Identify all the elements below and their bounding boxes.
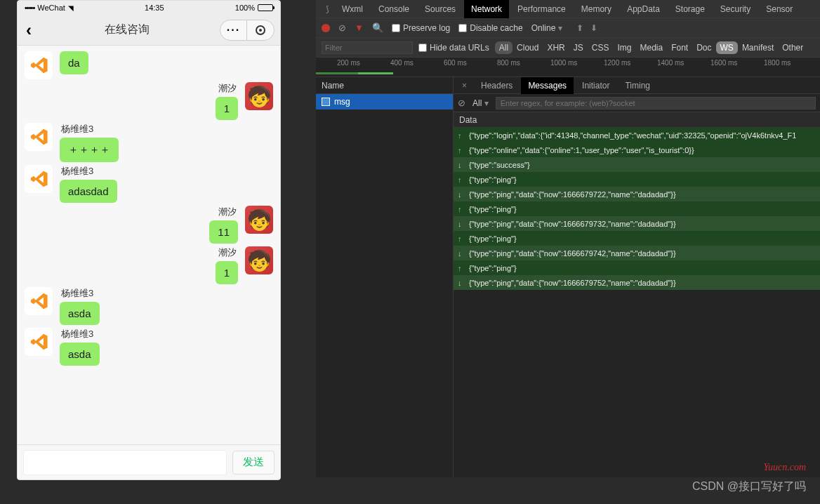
carrier-label: WeChat [37,4,65,12]
frame-payload: {"type":"ping"} [469,234,517,243]
clear-messages-button[interactable]: ⊘ [458,98,465,108]
devtools-tab-sensor[interactable]: Sensor [759,0,800,18]
frame-payload: {"type":"login","data":{"id":41348,"chan… [469,131,796,140]
sender-name: 杨维维3 [60,287,100,300]
filter-pill-font[interactable]: Font [667,41,692,54]
message-bubble: 1 [216,261,238,284]
devtools-tab-sources[interactable]: Sources [418,0,463,18]
devtools-tab-appdata[interactable]: AppData [620,0,667,18]
ws-frame-row[interactable]: ↑{"type":"ping"} [454,172,820,187]
frame-payload: {"type":"online","data":{"online":1,"use… [469,146,694,154]
throttling-select[interactable]: Online▾ [531,23,563,33]
chat-scroll[interactable]: da潮汐1🧒杨维维3＋＋＋＋杨维维3adasdad潮汐11🧒潮汐1🧒杨维维3as… [18,46,280,446]
filter-pill-doc[interactable]: Doc [692,41,715,54]
filter-pill-manifest[interactable]: Manifest [738,41,778,54]
filter-pill-xhr[interactable]: XHR [543,41,569,54]
request-panel: Name msg × HeadersMessagesInitiatorTimin… [316,77,820,477]
arrow-down-icon: ↓ [458,220,465,228]
filter-pill-css[interactable]: CSS [588,41,614,54]
close-detail-button[interactable]: × [456,81,472,91]
chat-message: 潮汐11🧒 [25,206,273,244]
capsule: ··· [220,20,275,41]
download-icon[interactable]: ⬇ [590,23,597,33]
frame-payload: {"type":"ping"} [469,264,517,272]
filter-pill-ws[interactable]: WS [716,41,738,54]
timeline-tick: 200 ms [337,59,360,67]
menu-button[interactable]: ··· [220,20,247,40]
upload-icon[interactable]: ⬆ [576,23,583,33]
filter-pill-media[interactable]: Media [635,41,667,54]
inspect-icon[interactable]: ⟆ [322,4,333,14]
message-bubble: ＋＋＋＋ [60,138,119,162]
send-button[interactable]: 发送 [232,451,275,475]
timeline-tick: 600 ms [444,59,467,67]
avatar [25,287,53,315]
detail-tab-timing[interactable]: Timing [618,77,657,94]
close-button[interactable] [247,20,274,40]
ws-frame-row[interactable]: ↑{"type":"online","data":{"online":1,"us… [454,142,820,157]
ws-frame-row[interactable]: ↓{"type":"ping","data":{"now":1666679742… [454,246,820,260]
filter-pill-all[interactable]: All [495,41,512,54]
filter-pill-img[interactable]: Img [613,41,635,54]
message-bubble: 11 [209,220,238,244]
filter-pill-js[interactable]: JS [569,41,588,54]
websocket-icon [322,98,330,106]
record-button[interactable] [322,24,330,32]
clear-button[interactable]: ⊘ [338,22,346,33]
status-bar: ••••• WeChat ◥ 14:35 100% [18,1,280,15]
ws-frame-row[interactable]: ↓{"type":"ping","data":{"now":1666679722… [454,187,820,201]
avatar: 🧒 [245,82,273,110]
timeline-tick: 1000 ms [550,59,577,67]
ws-frame-row[interactable]: ↑{"type":"login","data":{"id":41348,"cha… [454,128,820,142]
data-column-header: Data [454,112,820,128]
arrow-up-icon: ↑ [458,264,465,272]
ws-frame-row[interactable]: ↓{"type":"success"} [454,157,820,172]
filter-input[interactable] [322,41,413,54]
battery-icon [258,4,273,11]
ws-frame-row[interactable]: ↑{"type":"ping"} [454,201,820,216]
message-bubble: asda [60,302,100,325]
timeline-tick: 1600 ms [710,59,737,67]
chat-message: 杨维维3adasdad [25,165,273,203]
detail-tab-headers[interactable]: Headers [474,77,520,94]
back-button[interactable]: ‹ [23,20,34,40]
devtools-tab-console[interactable]: Console [371,0,416,18]
detail-tab-initiator[interactable]: Initiator [575,77,616,94]
devtools-tab-network[interactable]: Network [464,0,509,18]
clock: 14:35 [145,4,164,12]
regex-filter-input[interactable] [496,97,816,110]
devtools-tab-performance[interactable]: Performance [510,0,573,18]
request-row[interactable]: msg [316,94,453,110]
filter-row: Hide data URLs AllCloudXHRJSCSSImgMediaF… [316,38,820,58]
frame-payload: {"type":"ping"} [469,175,517,184]
arrow-up-icon: ↑ [458,205,465,213]
timeline[interactable]: 200 ms400 ms600 ms800 ms1000 ms1200 ms14… [316,58,820,77]
frame-payload: {"type":"ping","data":{"now":1666679752,… [469,279,676,287]
detail-tab-messages[interactable]: Messages [521,77,574,94]
message-bubble: da [60,51,88,74]
ws-frame-row[interactable]: ↓{"type":"ping","data":{"now":1666679732… [454,216,820,231]
devtools-tab-wxml[interactable]: Wxml [335,0,370,18]
nav-bar: ‹ 在线咨询 ··· [18,15,280,46]
devtools-tab-memory[interactable]: Memory [574,0,619,18]
ws-frame-row[interactable]: ↑{"type":"ping"} [454,231,820,246]
devtools-tab-security[interactable]: Security [713,0,758,18]
battery-percent: 100% [235,4,255,12]
filter-pill-cloud[interactable]: Cloud [512,41,543,54]
detail-tab-bar: × HeadersMessagesInitiatorTiming [454,77,820,94]
filter-all-select[interactable]: All ▾ [472,98,489,108]
search-icon[interactable]: 🔍 [372,22,383,33]
ws-frame-row[interactable]: ↓{"type":"ping","data":{"now":1666679752… [454,275,820,290]
sender-name: 杨维维3 [60,165,117,178]
message-input[interactable] [23,450,227,475]
name-column-header: Name [316,77,453,94]
ws-frame-row[interactable]: ↑{"type":"ping"} [454,260,820,275]
disable-cache-checkbox[interactable]: Disable cache [458,23,522,33]
filter-pill-other[interactable]: Other [778,41,807,54]
filter-icon[interactable]: ▼ [355,22,364,33]
sender-name: 杨维维3 [60,328,100,340]
preserve-log-checkbox[interactable]: Preserve log [392,23,450,33]
hide-data-urls-checkbox[interactable]: Hide data URLs [418,43,489,53]
devtools-tab-storage[interactable]: Storage [668,0,712,18]
devtools-panel: ⟆ WxmlConsoleSourcesNetworkPerformanceMe… [316,0,820,477]
